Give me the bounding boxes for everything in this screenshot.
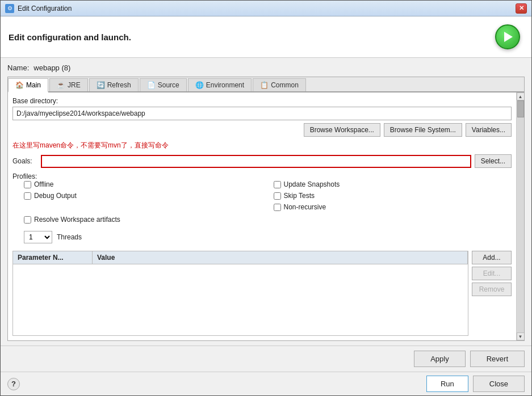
tab-environment[interactable]: 🌐 Environment: [188, 78, 252, 91]
header-title: Edit configuration and launch.: [9, 32, 131, 42]
footer-bar: ? Run Close: [1, 372, 531, 395]
checkbox-update-snapshots: Update Snapshots: [274, 180, 512, 188]
checkbox-skip-tests: Skip Tests: [274, 192, 512, 200]
main-tab-icon: 🏠: [15, 81, 24, 89]
offline-label: Offline: [34, 180, 53, 188]
browse-workspace-button[interactable]: Browse Workspace...: [304, 123, 380, 137]
tab-source[interactable]: 📄 Source: [140, 78, 187, 91]
threads-select[interactable]: 1 2 4 8: [24, 231, 52, 243]
apply-button[interactable]: Apply: [414, 351, 466, 367]
revert-button[interactable]: Revert: [470, 351, 525, 367]
jre-tab-icon: ☕: [57, 81, 65, 89]
scrollable-panel: Base directory: Browse Workspace... Brow…: [8, 92, 524, 340]
resolve-workspace-checkbox[interactable]: [24, 216, 31, 224]
scroll-track: [517, 100, 525, 332]
side-buttons: Add... Edit... Remove: [472, 251, 512, 336]
refresh-tab-icon: 🔄: [97, 81, 105, 89]
edit-button[interactable]: Edit...: [472, 267, 512, 280]
select-button[interactable]: Select...: [475, 154, 512, 168]
skip-tests-label: Skip Tests: [284, 192, 315, 200]
table-body: [13, 264, 468, 304]
variables-button[interactable]: Variables...: [466, 123, 512, 137]
browse-row: Browse Workspace... Browse File System..…: [12, 123, 512, 137]
skip-tests-checkbox[interactable]: [274, 192, 281, 200]
panel-inner: Base directory: Browse Workspace... Brow…: [8, 92, 516, 340]
tab-jre[interactable]: ☕ JRE: [49, 78, 88, 91]
content-area: Name: webapp (8) 🏠 Main ☕ JRE 🔄 Refresh: [1, 58, 531, 346]
tab-bar: 🏠 Main ☕ JRE 🔄 Refresh 📄 Source 🌐: [8, 77, 524, 92]
tab-environment-label: Environment: [206, 81, 244, 89]
hint-text: 在这里写maven命令，不需要写mvn了，直接写命令: [12, 140, 512, 151]
threads-label: Threads: [57, 233, 82, 241]
common-tab-icon: 📋: [260, 81, 269, 89]
name-value: webapp (8): [33, 64, 70, 72]
checkbox-non-recursive: Non-recursive: [274, 203, 512, 211]
base-directory-label: Base directory:: [12, 97, 512, 105]
threads-row: 1 2 4 8 Threads: [24, 231, 512, 243]
help-button[interactable]: ?: [7, 378, 20, 390]
offline-checkbox[interactable]: [24, 181, 31, 188]
debug-output-checkbox[interactable]: [24, 192, 31, 200]
environment-tab-icon: 🌐: [195, 81, 204, 89]
table-area: Parameter N... Value Add... Edit... Remo…: [12, 251, 512, 336]
base-directory-input[interactable]: [12, 107, 512, 120]
table-header: Parameter N... Value: [13, 251, 468, 264]
window-icon: ⚙: [5, 4, 14, 13]
browse-file-system-button[interactable]: Browse File System...: [384, 123, 462, 137]
bottom-buttons: Apply Revert: [1, 346, 531, 372]
update-snapshots-label: Update Snapshots: [284, 180, 340, 188]
main-window: ⚙ Edit Configuration ✕ Edit configuratio…: [0, 0, 532, 396]
name-label: Name:: [7, 64, 29, 72]
tab-common[interactable]: 📋 Common: [253, 78, 306, 91]
update-snapshots-checkbox[interactable]: [274, 181, 281, 188]
scroll-thumb[interactable]: [517, 100, 524, 117]
run-close-row: Run Close: [426, 376, 525, 392]
profiles-section: Profiles: Offline Update Snapshots: [12, 172, 512, 228]
tab-main-label: Main: [26, 81, 41, 89]
tab-refresh[interactable]: 🔄 Refresh: [89, 78, 139, 91]
title-bar: ⚙ Edit Configuration ✕: [1, 1, 531, 16]
debug-output-label: Debug Output: [34, 192, 77, 200]
window-title: Edit Configuration: [18, 5, 516, 12]
tab-jre-label: JRE: [68, 81, 81, 89]
checkbox-offline: Offline: [24, 180, 262, 188]
scroll-up-arrow[interactable]: ▲: [517, 92, 525, 100]
tab-common-label: Common: [271, 81, 299, 89]
source-tab-icon: 📄: [147, 81, 156, 89]
checkbox-debug-output: Debug Output: [24, 192, 262, 200]
tab-source-label: Source: [158, 81, 179, 89]
footer-close-button[interactable]: Close: [473, 376, 525, 392]
goals-input[interactable]: [44, 158, 468, 166]
scrollbar: ▲ ▼: [516, 92, 524, 340]
scroll-down-arrow[interactable]: ▼: [517, 332, 525, 340]
play-button[interactable]: [495, 24, 520, 49]
parameter-table: Parameter N... Value: [12, 251, 468, 336]
name-row: Name: webapp (8): [7, 64, 525, 72]
col-parameter: Parameter N...: [13, 251, 93, 264]
tab-refresh-label: Refresh: [107, 81, 131, 89]
checkboxes-grid: Offline Update Snapshots Debug Output: [24, 180, 512, 211]
non-recursive-label: Non-recursive: [284, 203, 326, 211]
col-value: Value: [93, 251, 468, 264]
base-directory-section: Base directory:: [12, 97, 512, 120]
resolve-workspace-label: Resolve Workspace artifacts: [34, 216, 120, 224]
goals-row: Goals: Select...: [12, 154, 512, 168]
profiles-label: Profiles:: [12, 172, 37, 180]
header-area: Edit configuration and launch.: [1, 16, 531, 58]
goals-input-wrapper: [41, 155, 471, 168]
close-window-button[interactable]: ✕: [516, 3, 527, 14]
tab-main[interactable]: 🏠 Main: [8, 78, 48, 92]
non-recursive-checkbox[interactable]: [274, 204, 281, 211]
run-button[interactable]: Run: [426, 376, 468, 392]
goals-label: Goals:: [12, 157, 37, 165]
remove-button[interactable]: Remove: [472, 283, 512, 296]
add-button[interactable]: Add...: [472, 251, 512, 264]
resolve-workspace-row: Resolve Workspace artifacts: [24, 216, 512, 224]
main-panel: 🏠 Main ☕ JRE 🔄 Refresh 📄 Source 🌐: [7, 77, 525, 341]
